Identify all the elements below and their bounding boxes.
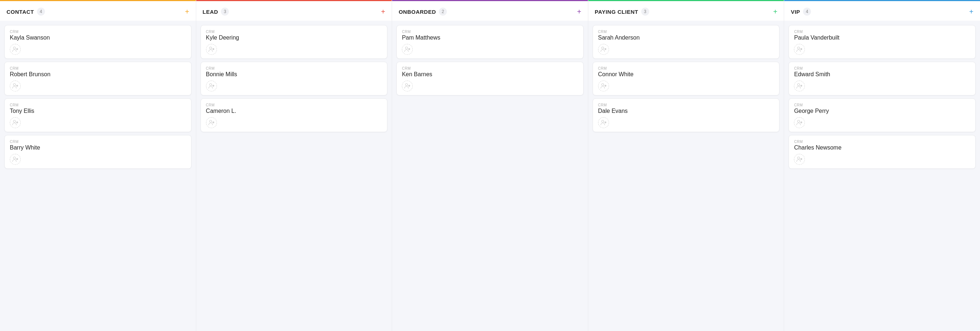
card-source: CRM	[794, 30, 970, 34]
card-name: Edward Smith	[794, 71, 970, 78]
card[interactable]: CRMDale Evans	[593, 98, 780, 132]
card-source: CRM	[598, 103, 774, 107]
svg-point-8	[13, 120, 16, 122]
column-add-button-paying_client[interactable]: +	[773, 8, 778, 15]
svg-point-0	[13, 47, 16, 49]
column-title-lead: LEAD	[203, 9, 218, 15]
card-name: George Perry	[794, 108, 970, 114]
card-avatar-row	[10, 44, 186, 55]
add-person-icon[interactable]	[10, 117, 21, 128]
add-person-icon[interactable]	[402, 81, 413, 91]
column-add-button-contact[interactable]: +	[185, 8, 189, 15]
column-add-button-lead[interactable]: +	[381, 8, 385, 15]
card-name: Connor White	[598, 71, 774, 78]
card-avatar-row	[794, 81, 970, 91]
kanban-board: CONTACT4+CRMKayla Swanson CRMRobert Brun…	[0, 0, 980, 331]
card-name: Pam Matthews	[402, 35, 578, 41]
card-source: CRM	[794, 66, 970, 70]
card-name: Ken Barnes	[402, 71, 578, 78]
add-person-icon[interactable]	[794, 44, 805, 55]
column-count-lead: 3	[221, 8, 229, 16]
card[interactable]: CRMPam Matthews	[396, 25, 584, 59]
column-contact: CONTACT4+CRMKayla Swanson CRMRobert Brun…	[0, 0, 196, 331]
card-source: CRM	[10, 66, 186, 70]
add-person-icon[interactable]	[10, 81, 21, 91]
card-source: CRM	[10, 140, 186, 144]
svg-point-24	[209, 120, 212, 122]
column-header-vip: VIP4+	[784, 0, 980, 21]
svg-point-60	[797, 157, 800, 159]
card-avatar-row	[598, 44, 774, 55]
column-count-vip: 4	[803, 8, 811, 16]
card-source: CRM	[598, 66, 774, 70]
card-name: Cameron L.	[206, 108, 382, 114]
card[interactable]: CRMKen Barnes	[396, 62, 584, 96]
card-avatar-row	[794, 154, 970, 165]
card[interactable]: CRMGeorge Perry	[789, 98, 976, 132]
card-avatar-row	[402, 81, 578, 91]
add-person-icon[interactable]	[206, 81, 217, 91]
card-avatar-row	[598, 117, 774, 128]
card[interactable]: CRMEdward Smith	[789, 62, 976, 96]
card-name: Barry White	[10, 144, 186, 151]
card-source: CRM	[206, 30, 382, 34]
card-avatar-row	[794, 44, 970, 55]
card[interactable]: CRMKayla Swanson	[4, 25, 191, 59]
add-person-icon[interactable]	[794, 81, 805, 91]
card-avatar-row	[206, 81, 382, 91]
svg-point-28	[406, 47, 408, 49]
svg-point-36	[602, 47, 604, 49]
card-avatar-row	[206, 44, 382, 55]
card-name: Paula Vanderbuilt	[794, 35, 970, 41]
column-header-contact: CONTACT4+	[0, 0, 196, 21]
add-person-icon[interactable]	[206, 117, 217, 128]
add-person-icon[interactable]	[598, 117, 609, 128]
card-name: Tony Ellis	[10, 108, 186, 114]
card-source: CRM	[206, 103, 382, 107]
svg-point-12	[13, 157, 16, 159]
column-add-button-onboarded[interactable]: +	[577, 8, 581, 15]
card[interactable]: CRMTony Ellis	[4, 98, 191, 132]
card-name: Dale Evans	[598, 108, 774, 114]
svg-point-16	[209, 47, 212, 49]
card-source: CRM	[10, 30, 186, 34]
column-header-onboarded: ONBOARDED2+	[392, 0, 588, 21]
column-paying_client: PAYING CLIENT3+CRMSarah Anderson CRMConn…	[588, 0, 784, 331]
card-name: Robert Brunson	[10, 71, 186, 78]
cards-area-onboarded: CRMPam Matthews CRMKen Barnes	[392, 22, 588, 96]
card[interactable]: CRMConnor White	[593, 62, 780, 96]
card[interactable]: CRMRobert Brunson	[4, 62, 191, 96]
card-source: CRM	[206, 66, 382, 70]
add-person-icon[interactable]	[598, 81, 609, 91]
card[interactable]: CRMPaula Vanderbuilt	[789, 25, 976, 59]
card-avatar-row	[10, 81, 186, 91]
column-count-paying_client: 3	[641, 8, 649, 16]
add-person-icon[interactable]	[10, 44, 21, 55]
add-person-icon[interactable]	[598, 44, 609, 55]
card-name: Charles Newsome	[794, 144, 970, 151]
add-person-icon[interactable]	[206, 44, 217, 55]
add-person-icon[interactable]	[794, 117, 805, 128]
svg-point-44	[602, 120, 604, 122]
card[interactable]: CRMCameron L.	[200, 98, 388, 132]
card-name: Kyle Deering	[206, 35, 382, 41]
card-avatar-row	[598, 81, 774, 91]
add-person-icon[interactable]	[402, 44, 413, 55]
column-title-vip: VIP	[791, 9, 800, 15]
card-avatar-row	[402, 44, 578, 55]
card[interactable]: CRMSarah Anderson	[593, 25, 780, 59]
svg-point-56	[797, 120, 800, 122]
card-avatar-row	[794, 117, 970, 128]
card[interactable]: CRMBarry White	[4, 135, 191, 169]
column-add-button-vip[interactable]: +	[969, 8, 974, 15]
card[interactable]: CRMKyle Deering	[200, 25, 388, 59]
card[interactable]: CRMBonnie Mills	[200, 62, 388, 96]
column-count-contact: 4	[37, 8, 45, 16]
add-person-icon[interactable]	[794, 154, 805, 165]
add-person-icon[interactable]	[10, 154, 21, 165]
svg-point-32	[406, 83, 408, 86]
cards-area-contact: CRMKayla Swanson CRMRobert Brunson CRMTo…	[0, 22, 196, 169]
column-header-lead: LEAD3+	[196, 0, 392, 21]
card[interactable]: CRMCharles Newsome	[789, 135, 976, 169]
column-lead: LEAD3+CRMKyle Deering CRMBonnie Mills CR…	[196, 0, 393, 331]
